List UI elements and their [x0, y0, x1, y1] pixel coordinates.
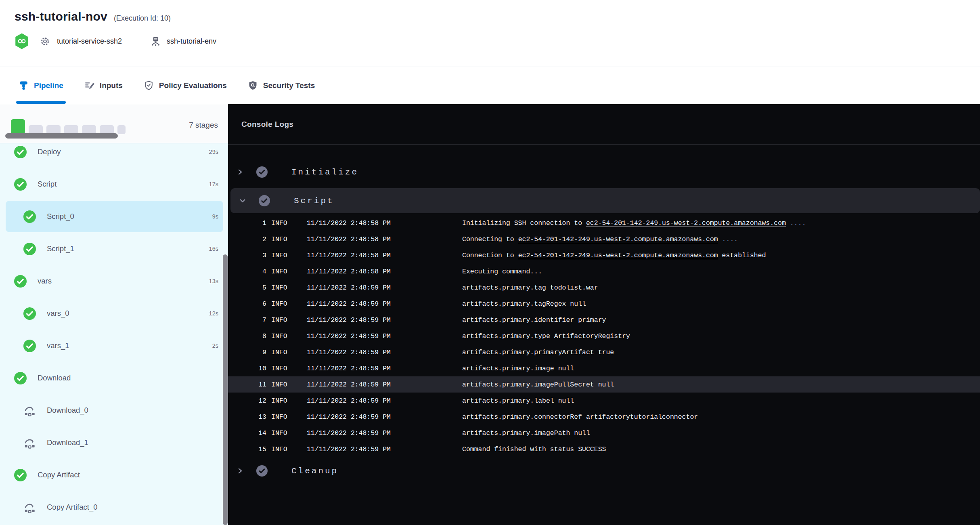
log-line-number[interactable]: 9 [228, 349, 266, 356]
stage-row-download[interactable]: Download [0, 362, 228, 394]
stage-row-script_1[interactable]: Script_116s [0, 233, 228, 265]
host-link[interactable]: ec2-54-201-142-249.us-west-2.compute.ama… [586, 219, 786, 227]
log-message-text: artifacts.primary.image null [462, 365, 574, 372]
stage-row-vars_0[interactable]: vars_012s [0, 297, 228, 330]
progress-segment [82, 125, 96, 134]
log-row[interactable]: 13INFO11/11/2022 2:48:59 PMartifacts.pri… [228, 409, 980, 425]
horizontal-scrollbar[interactable] [5, 133, 118, 139]
stage-count: 7 stages [189, 121, 218, 130]
log-level: INFO [266, 235, 307, 243]
log-line-number[interactable]: 6 [228, 300, 266, 308]
log-line-number[interactable]: 1 [228, 219, 266, 227]
stage-row-script_0[interactable]: Script_09s [0, 200, 228, 233]
stage-row-vars_1[interactable]: vars_12s [0, 330, 228, 362]
environment-name: ssh-tutorial-env [167, 37, 216, 46]
log-row[interactable]: 9INFO11/11/2022 2:48:59 PMartifacts.prim… [228, 344, 980, 360]
command-step-icon [23, 404, 36, 417]
log-message: artifacts.primary.type ArtifactoryRegist… [462, 332, 980, 340]
stage-row-copy-artifact_0[interactable]: Copy Artifact_0 [0, 491, 228, 523]
stage-row-script[interactable]: Script17s [0, 168, 228, 200]
log-line-number[interactable]: 11 [228, 381, 266, 388]
log-section-initialize[interactable]: Initialize [228, 161, 980, 183]
log-line-number[interactable]: 15 [228, 445, 266, 453]
stage-row-download_0[interactable]: Download_0 [0, 394, 228, 426]
command-step-icon [23, 501, 36, 514]
log-row[interactable]: 14INFO11/11/2022 2:48:59 PMartifacts.pri… [228, 425, 980, 441]
log-row[interactable]: 8INFO11/11/2022 2:48:59 PMartifacts.prim… [228, 328, 980, 344]
log-line-number[interactable]: 5 [228, 284, 266, 292]
execution-header: ssh-tutorial-nov (Execution Id: 10) tuto… [0, 0, 980, 67]
stage-duration: 13s [209, 278, 218, 284]
stage-label: vars_1 [47, 341, 212, 350]
host-link[interactable]: ec2-54-201-142-249.us-west-2.compute.ama… [518, 252, 718, 259]
log-message-text: Executing command... [462, 268, 542, 275]
progress-segment [100, 125, 114, 134]
tab-label: Pipeline [34, 81, 63, 90]
log-row[interactable]: 12INFO11/11/2022 2:48:59 PMartifacts.pri… [228, 393, 980, 409]
log-row[interactable]: 6INFO11/11/2022 2:48:59 PMartifacts.prim… [228, 296, 980, 312]
log-row[interactable]: 5INFO11/11/2022 2:48:59 PMartifacts.prim… [228, 279, 980, 296]
log-level: INFO [266, 300, 307, 308]
log-line-number[interactable]: 4 [228, 268, 266, 275]
title-row: ssh-tutorial-nov (Execution Id: 10) [15, 0, 980, 23]
stage-duration: 16s [209, 246, 218, 252]
log-row[interactable]: 7INFO11/11/2022 2:48:59 PMartifacts.prim… [228, 312, 980, 328]
log-section-cleanup[interactable]: Cleanup [228, 460, 980, 482]
tab-security-tests[interactable]: Security Tests [245, 67, 317, 104]
success-check-icon [14, 178, 27, 191]
pipeline-icon [19, 80, 29, 90]
host-link[interactable]: ec2-54-201-142-249.us-west-2.compute.ama… [518, 235, 718, 243]
vertical-scrollbar[interactable] [223, 254, 228, 525]
log-row[interactable]: 1INFO11/11/2022 2:48:58 PMInitializing S… [228, 215, 980, 231]
log-timestamp: 11/11/2022 2:48:59 PM [307, 300, 462, 308]
stage-duration: 12s [209, 310, 218, 317]
content: 7 stages Deploy29sScript17sScript_09sScr… [0, 104, 980, 525]
log-message-text: artifacts.primary.imagePullSecret null [462, 381, 614, 388]
log-message-text: artifacts.primary.label null [462, 397, 574, 405]
log-message-text: artifacts.primary.identifier primary [462, 316, 606, 324]
tab-pipeline[interactable]: Pipeline [16, 67, 66, 104]
log-message: Connecting to ec2-54-201-142-249.us-west… [462, 235, 980, 243]
stage-row-download_1[interactable]: Download_1 [0, 426, 228, 459]
log-line-number[interactable]: 3 [228, 252, 266, 259]
log-message: artifacts.primary.tag todolist.war [462, 284, 980, 292]
log-level: INFO [266, 445, 307, 453]
log-timestamp: 11/11/2022 2:48:59 PM [307, 332, 462, 340]
tab-inputs[interactable]: Inputs [82, 67, 125, 104]
log-timestamp: 11/11/2022 2:48:59 PM [307, 429, 462, 437]
log-row[interactable]: 4INFO11/11/2022 2:48:58 PMExecuting comm… [228, 263, 980, 279]
log-line-number[interactable]: 12 [228, 397, 266, 405]
log-row[interactable]: 10INFO11/11/2022 2:48:59 PMartifacts.pri… [228, 360, 980, 376]
log-line-number[interactable]: 13 [228, 413, 266, 421]
log-line-number[interactable]: 7 [228, 316, 266, 324]
log-section-label: Initialize [291, 168, 358, 177]
log-line-number[interactable]: 14 [228, 429, 266, 437]
log-section-script[interactable]: Script [230, 188, 980, 213]
log-level: INFO [266, 429, 307, 437]
console-check-icon [259, 195, 270, 206]
chevron-down-icon [239, 197, 247, 204]
stage-duration: 29s [209, 149, 218, 155]
log-message-text: artifacts.primary.tagRegex null [462, 300, 586, 308]
stage-label: Download_0 [47, 406, 218, 415]
execution-meta-row: tutorial-service-ssh2 ssh-tutorial-env [15, 33, 980, 49]
tab-policy-evaluations[interactable]: Policy Evaluations [141, 67, 229, 104]
log-level: INFO [266, 252, 307, 259]
log-message: Connection to ec2-54-201-142-249.us-west… [462, 252, 980, 259]
progress-segment [117, 125, 126, 134]
log-line-number[interactable]: 2 [228, 235, 266, 243]
log-row[interactable]: 3INFO11/11/2022 2:48:58 PMConnection to … [228, 247, 980, 263]
log-timestamp: 11/11/2022 2:48:59 PM [307, 445, 462, 453]
stage-label: Download [38, 374, 218, 382]
environment-icon [150, 36, 161, 47]
log-row[interactable]: 11INFO11/11/2022 2:48:59 PMartifacts.pri… [228, 376, 980, 393]
stage-row-vars[interactable]: vars13s [0, 265, 228, 297]
log-row[interactable]: 2INFO11/11/2022 2:48:58 PMConnecting to … [228, 231, 980, 247]
stage-row-copy-artifact[interactable]: Copy Artifact [0, 459, 228, 491]
log-row[interactable]: 15INFO11/11/2022 2:48:59 PMCommand finis… [228, 441, 980, 457]
log-line-number[interactable]: 8 [228, 332, 266, 340]
stage-label: vars [38, 277, 209, 286]
log-line-number[interactable]: 10 [228, 365, 266, 372]
log-message: artifacts.primary.tagRegex null [462, 300, 980, 308]
log-timestamp: 11/11/2022 2:48:58 PM [307, 268, 462, 275]
